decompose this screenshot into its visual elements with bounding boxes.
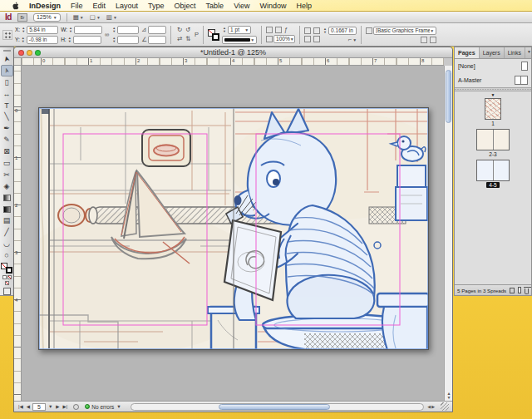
flip-vertical-button[interactable]: ⇅ <box>185 36 190 42</box>
preflight-menu-icon[interactable] <box>73 404 79 410</box>
scroll-arrows[interactable]: ◀▶ <box>426 404 437 409</box>
free-transform-tool[interactable]: ◈ <box>1 180 13 192</box>
gap-tool[interactable]: ↔ <box>1 88 13 100</box>
arrange-documents-button[interactable]: ▥▼ <box>106 14 117 21</box>
menu-file[interactable]: File <box>66 2 88 10</box>
scale-x-stepper[interactable] <box>111 26 116 34</box>
w-field[interactable] <box>74 26 102 34</box>
previous-page-button[interactable]: ◀ <box>26 404 31 409</box>
panel-menu-icon[interactable]: ▼ <box>525 47 532 58</box>
last-page-button[interactable]: ▶| <box>62 404 69 409</box>
spread-4-5-label-selected[interactable]: 4-5 <box>486 182 499 188</box>
scroll-arrows[interactable]: ▲▼ <box>445 392 453 400</box>
corner-shape-icon[interactable]: ⌐ <box>348 37 352 43</box>
wrap-none-icon[interactable] <box>304 27 311 34</box>
menu-help[interactable]: Help <box>292 2 318 10</box>
y-field[interactable]: -0.98 in <box>27 36 58 44</box>
selection-tool[interactable]: ➤ <box>1 53 13 65</box>
panel-grip[interactable] <box>3 50 11 52</box>
stroke-style-dropdown[interactable]: ▼ <box>222 36 257 44</box>
menu-view[interactable]: View <box>229 2 254 10</box>
menu-layout[interactable]: Layout <box>111 2 143 10</box>
master-row-none[interactable]: [None] <box>455 59 531 73</box>
edit-spread-icon[interactable] <box>510 288 515 293</box>
corner-radius-field[interactable]: 0.1667 in <box>328 27 357 35</box>
line-tool[interactable]: ╲ <box>1 111 13 122</box>
opacity-dropdown[interactable]: 100%▼ <box>273 35 295 43</box>
apple-menu[interactable] <box>7 2 24 10</box>
zoom-level-dropdown[interactable]: 125% ▼ <box>33 13 61 22</box>
horizontal-ruler[interactable]: 0 1 2 3 4 5 6 7 8 <box>22 58 444 66</box>
zoom-tool[interactable]: ○ <box>1 249 13 261</box>
page-tool[interactable]: ▯ <box>1 76 13 88</box>
rotate-cw-button[interactable]: ↻ <box>177 27 182 33</box>
screen-mode-button[interactable]: ▢▼ <box>90 14 101 21</box>
ruler-origin-box[interactable] <box>14 58 22 66</box>
object-style-icon[interactable] <box>266 27 273 33</box>
menu-object[interactable]: Object <box>170 2 201 10</box>
note-tool[interactable]: ▤ <box>1 214 13 226</box>
drop-shadow-icon[interactable] <box>275 27 282 33</box>
delete-page-button[interactable] <box>525 288 529 294</box>
y-stepper[interactable] <box>21 36 26 44</box>
screen-mode-normal-button[interactable] <box>3 288 11 295</box>
menu-edit[interactable]: Edit <box>88 2 111 10</box>
h-field[interactable] <box>73 36 101 44</box>
window-title-bar[interactable]: *Untitled-1 @ 125% <box>14 47 452 58</box>
gradient-swatch-tool[interactable] <box>1 192 13 204</box>
constrain-link-icon[interactable]: ∞ <box>105 32 109 38</box>
default-swatches[interactable] <box>2 275 12 279</box>
new-page-button[interactable] <box>518 287 522 293</box>
wrap-jump-icon[interactable] <box>313 36 320 42</box>
pen-tool[interactable]: ✒ <box>1 122 13 134</box>
preflight-label[interactable]: No errors <box>91 404 114 410</box>
spread-2-3-label[interactable]: 2-3 <box>489 151 496 157</box>
w-stepper[interactable] <box>68 26 73 34</box>
first-page-button[interactable]: |◀ <box>17 404 24 409</box>
scale-y-field[interactable] <box>117 36 139 44</box>
menu-window[interactable]: Window <box>254 2 291 10</box>
corner-stepper[interactable] <box>323 27 328 35</box>
pencil-tool[interactable]: ✎ <box>1 134 13 145</box>
pasteboard-canvas[interactable] <box>22 66 444 401</box>
tab-pages[interactable]: Pages <box>455 47 480 58</box>
h-stepper[interactable] <box>67 36 72 44</box>
master-row-a-master[interactable]: A-Master <box>455 73 531 87</box>
tab-layers[interactable]: Layers <box>480 47 505 58</box>
page-spread[interactable] <box>38 107 429 350</box>
shear-field[interactable] <box>148 26 166 34</box>
page-1-thumbnail[interactable] <box>485 98 501 120</box>
vertical-scrollbar[interactable]: ▲▼ <box>444 66 452 401</box>
wrap-object-icon[interactable] <box>304 36 311 42</box>
quick-apply-icon[interactable] <box>421 37 427 43</box>
fill-stroke-control[interactable] <box>1 263 12 274</box>
rectangle-frame-tool[interactable]: ⊠ <box>1 145 13 157</box>
type-tool[interactable]: T <box>1 100 13 111</box>
scale-y-stepper[interactable] <box>111 36 116 44</box>
menu-type[interactable]: Type <box>143 2 170 10</box>
next-page-button[interactable]: ▶ <box>55 404 60 409</box>
effects-fx-icon[interactable]: ƒ <box>284 27 288 33</box>
vertical-ruler[interactable]: 0 1 2 3 4 <box>14 66 22 401</box>
horizontal-scrollbar-thumb[interactable] <box>219 404 330 410</box>
panel-options-icon[interactable] <box>430 37 436 43</box>
page-list-dropdown[interactable]: ▼ <box>47 404 53 409</box>
preflight-dropdown-icon[interactable]: ▼ <box>116 404 121 409</box>
spread-2-3-thumbnail[interactable] <box>476 129 510 150</box>
hand-tool[interactable]: ◡ <box>1 238 13 249</box>
tab-links[interactable]: Links <box>505 47 525 58</box>
x-stepper[interactable] <box>21 26 26 34</box>
x-field[interactable]: 5.84 in <box>27 26 58 34</box>
view-options-button[interactable]: ▦▼ <box>73 14 84 21</box>
rotate-field[interactable] <box>148 36 166 44</box>
flip-horizontal-button[interactable]: ⇄ <box>177 36 182 42</box>
scale-x-field[interactable] <box>117 26 139 34</box>
apply-color-row[interactable] <box>5 281 9 285</box>
scissors-tool[interactable]: ✂ <box>1 169 13 180</box>
spread-4-5-thumbnail[interactable] <box>476 160 510 181</box>
stroke-weight-dropdown[interactable]: 1 pt▼ <box>228 26 251 34</box>
reference-point-proxy[interactable] <box>2 30 12 40</box>
window-resize-grip[interactable] <box>441 402 449 411</box>
menu-indesign[interactable]: InDesign <box>24 2 66 10</box>
eyedropper-tool[interactable]: ╱ <box>1 226 13 238</box>
